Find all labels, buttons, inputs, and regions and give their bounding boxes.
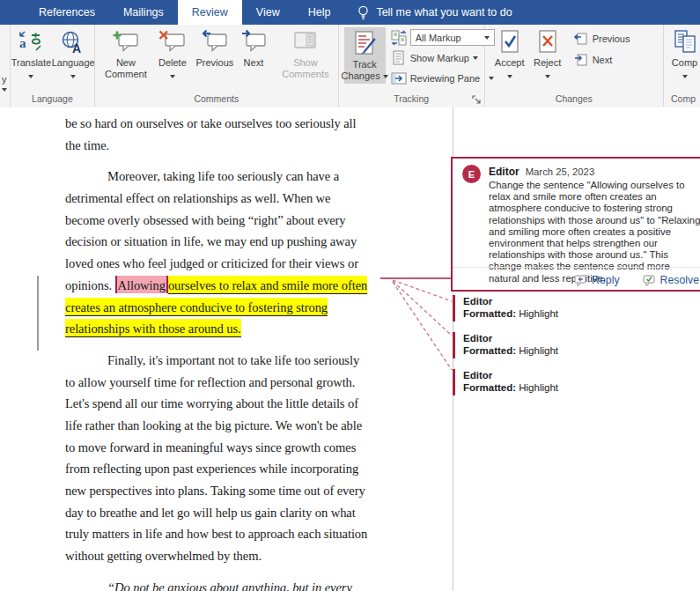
- language-button[interactable]: A Language: [53, 27, 93, 81]
- tell-me-box[interactable]: Tell me what you want to do: [357, 0, 512, 25]
- new-comment-label1: New: [116, 57, 136, 69]
- paragraph: Moreover, taking life too seriously can …: [65, 166, 393, 340]
- show-markup-label: Show Markup: [410, 53, 469, 63]
- comment-author: Editor: [489, 166, 519, 178]
- revision-list: EditorFormatted: HighlightEditorFormatte…: [453, 295, 699, 406]
- chevron-down-icon: [507, 75, 512, 78]
- change-bar: [37, 276, 39, 351]
- reject-button[interactable]: Reject: [530, 27, 565, 81]
- chevron-down-icon: [170, 75, 175, 78]
- paragraph: be so hard on ourselves or take ourselve…: [65, 113, 393, 156]
- avatar: E: [462, 165, 481, 183]
- comment-card[interactable]: E EditorMarch 25, 2023 Change the senten…: [451, 157, 700, 292]
- reject-icon: [536, 27, 559, 57]
- document-line: relationships with those around us.: [65, 318, 393, 340]
- next-change-icon: [573, 53, 589, 67]
- revision-entry[interactable]: EditorFormatted: Highlight: [453, 369, 699, 395]
- comment-date: March 25, 2023: [526, 166, 595, 177]
- tracking-group: Track Changes: [339, 25, 485, 107]
- chevron-down-icon: [473, 56, 478, 60]
- accept-label: Accept: [495, 57, 525, 69]
- revision-detail: Formatted: Highlight: [463, 382, 699, 395]
- tab-view[interactable]: View: [242, 0, 294, 25]
- document-text[interactable]: be so hard on ourselves or take ourselve…: [65, 113, 393, 591]
- accept-button[interactable]: Accept: [491, 27, 528, 81]
- highlighted-text: creates an atmosphere conducive to foste…: [65, 298, 328, 316]
- highlighted-text: relationships with those around us.: [65, 319, 241, 337]
- new-comment-button[interactable]: New Comment: [101, 27, 151, 80]
- language-group: a Translate: [11, 25, 95, 107]
- document-line: from reflecting upon past experiences wh…: [65, 458, 393, 480]
- chevron-down-icon: [383, 75, 388, 78]
- next-comment-button[interactable]: Next: [237, 27, 270, 69]
- language-icon: A: [60, 27, 86, 57]
- translate-label: Translate: [11, 57, 51, 69]
- show-markup-icon: [391, 50, 407, 66]
- next-change-button[interactable]: Next: [573, 53, 630, 67]
- translate-icon: a: [18, 27, 44, 57]
- document-line: truly matters in life and how best to ap…: [65, 523, 393, 545]
- display-for-review-icon: [391, 30, 407, 46]
- show-comments-button: Show Comments: [278, 27, 333, 80]
- new-comment-icon: [112, 27, 140, 57]
- document-line: the time.: [65, 135, 393, 157]
- highlighted-text: ourselves to relax and smile more often: [168, 276, 367, 294]
- document-line: detrimental effect on relationships as w…: [65, 188, 393, 210]
- track-changes-label2: Changes: [342, 70, 380, 81]
- previous-change-icon: [573, 32, 589, 46]
- previous-change-button[interactable]: Previous: [573, 32, 630, 46]
- reviewing-pane-button[interactable]: Reviewing Pane: [391, 69, 495, 87]
- resolve-button[interactable]: Resolve: [643, 274, 699, 286]
- tab-help[interactable]: Help: [294, 0, 345, 25]
- previous-comment-button[interactable]: Previous: [195, 27, 235, 69]
- tracking-dialog-launcher[interactable]: [472, 95, 482, 105]
- tab-references[interactable]: References: [25, 0, 109, 25]
- track-changes-button[interactable]: Track Changes: [344, 27, 386, 84]
- document-area: be so hard on ourselves or take ourselve…: [0, 107, 700, 591]
- tab-mailings[interactable]: Mailings: [109, 0, 178, 25]
- revision-detail: Formatted: Highlight: [463, 345, 699, 358]
- reject-label: Reject: [534, 57, 561, 69]
- revision-entry[interactable]: EditorFormatted: Highlight: [453, 295, 699, 321]
- delete-comment-button[interactable]: Delete: [152, 27, 193, 81]
- display-for-review-value: All Markup: [416, 33, 461, 43]
- previous-comment-label: Previous: [196, 57, 234, 69]
- cut-off-button[interactable]: y: [0, 25, 11, 107]
- document-line: new perspectives into plans. Taking some…: [65, 480, 393, 502]
- reply-button[interactable]: Reply: [574, 274, 619, 286]
- next-comment-label: Next: [244, 57, 264, 69]
- language-group-label: Language: [11, 92, 94, 107]
- document-line: be so hard on ourselves or take ourselve…: [65, 113, 393, 135]
- chevron-down-icon: [682, 75, 688, 78]
- lightbulb-icon: [357, 4, 370, 21]
- document-line: Moreover, taking life too seriously can …: [65, 166, 393, 188]
- display-for-review-select[interactable]: All Markup: [410, 29, 495, 46]
- revision-entry[interactable]: EditorFormatted: Highlight: [453, 332, 699, 358]
- show-markup-button[interactable]: Show Markup: [391, 48, 495, 67]
- new-comment-label2: Comment: [105, 69, 147, 80]
- compare-button[interactable]: Comp: [670, 27, 699, 81]
- show-comments-icon: [292, 27, 319, 57]
- document-line: to allow yourself time for reflection an…: [65, 372, 393, 394]
- document-line: to move forward in meaningful ways since…: [65, 437, 393, 459]
- tab-list: ReferencesMailingsReviewViewHelp: [25, 0, 344, 25]
- document-line: loved ones who feel judged or criticized…: [65, 253, 393, 275]
- tab-review[interactable]: Review: [178, 0, 242, 25]
- changes-group: Accept Reject: [485, 25, 664, 107]
- reviewing-pane-icon: [391, 70, 407, 86]
- revision-author: Editor: [463, 296, 699, 308]
- reply-icon: [574, 275, 587, 286]
- document-line: opinions. Allowingourselves to relax and…: [65, 275, 393, 297]
- delete-label: Delete: [158, 57, 187, 69]
- accept-icon: [498, 27, 521, 57]
- word-review-window: ReferencesMailingsReviewViewHelp Tell me…: [0, 0, 700, 591]
- document-line: “Do not be anxious about anything, but i…: [65, 577, 393, 591]
- revision-detail: Formatted: Highlight: [463, 308, 699, 321]
- comment-divider: [453, 267, 700, 268]
- comment-body: Change the sentence "Allowing ourselves …: [489, 180, 700, 284]
- track-changes-label1: Track: [353, 59, 377, 70]
- document-line: Let's spend all our time worrying about …: [65, 393, 393, 415]
- translate-button[interactable]: a Translate: [11, 27, 51, 81]
- delete-comment-icon: [158, 27, 187, 57]
- paragraph: Finally, it's important not to take life…: [65, 350, 393, 567]
